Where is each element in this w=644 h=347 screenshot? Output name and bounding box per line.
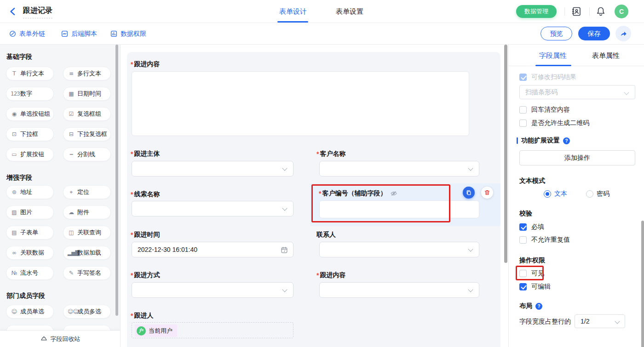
page-title[interactable]: 跟进记录 — [23, 6, 52, 18]
field-recycle-bin[interactable]: 字段回收站 — [0, 330, 121, 347]
form-external-link[interactable]: 表单外链 — [9, 23, 45, 45]
radio-text-mode-password[interactable]: 密码 — [586, 190, 610, 198]
follow-content-textarea[interactable] — [132, 71, 469, 136]
field-type-label: 地址 — [20, 188, 32, 196]
help-icon[interactable]: ? — [535, 303, 542, 310]
copy-icon — [466, 189, 472, 196]
field-type-chip[interactable]: № 流水号 — [6, 266, 54, 280]
recycle-icon — [40, 336, 47, 342]
field-type-chip[interactable]: ☺☺ 成员多选 — [63, 305, 111, 319]
contact-select[interactable] — [319, 242, 479, 257]
field-label-follow-content: 跟进内容 — [131, 60, 160, 68]
checkbox-checked[interactable] — [519, 283, 527, 290]
link-icon — [9, 30, 16, 37]
preview-button[interactable]: 预览 — [540, 27, 572, 40]
copy-field-button[interactable] — [463, 187, 475, 199]
form-panel: 跟进内容 跟进主体 客户名称 线索名称 客户编号（辅助字段） — [127, 52, 500, 347]
enter-clear-checkbox-row[interactable]: 回车清空内容 — [519, 106, 570, 114]
share-arrow-icon — [620, 30, 627, 38]
field-type-chip[interactable]: ≡ 多行文本 — [63, 67, 111, 80]
field-type-chip[interactable]: ☺ 成员单选 — [6, 305, 54, 319]
panel-scrollbar-thumb[interactable] — [641, 221, 644, 347]
user-avatar[interactable]: C — [615, 5, 628, 18]
data-permission-link[interactable]: 数据权限 — [110, 23, 146, 45]
checkbox-unchecked[interactable] — [519, 106, 527, 114]
field-type-chip[interactable]: ☑ 复选框组 — [63, 107, 111, 121]
active-tab-underline — [535, 65, 571, 66]
field-type-icon: ┅ — [68, 151, 75, 158]
field-type-label: 多行文本 — [77, 69, 101, 78]
field-type-label: 定位 — [77, 188, 89, 196]
field-type-chip[interactable]: 123 数字 — [6, 87, 54, 101]
tab-form-settings[interactable]: 表单设置 — [331, 0, 368, 23]
help-icon[interactable]: ? — [563, 137, 570, 144]
customer-no-input[interactable] — [319, 200, 479, 218]
field-type-chip[interactable]: ▦ 日期时间 — [63, 87, 111, 101]
follow-subject-select[interactable] — [132, 161, 293, 176]
field-type-chip[interactable]: ✎ 手写签名 — [63, 266, 111, 280]
no-duplicate-checkbox-row[interactable]: 不允许重复值 — [519, 236, 570, 244]
radio-selected[interactable] — [544, 190, 551, 198]
editable-checkbox-row[interactable]: 可编辑 — [519, 283, 551, 291]
tab-form-design[interactable]: 表单设计 — [275, 0, 311, 23]
follow-content2-select[interactable] — [319, 282, 479, 298]
field-type-chip[interactable]: T 单行文本 — [6, 67, 54, 80]
checkbox-checked[interactable] — [519, 223, 527, 231]
field-type-chip[interactable]: ▭ 扩展按钮 — [6, 148, 54, 161]
field-type-chip[interactable]: ☁ 附件 — [63, 205, 111, 219]
field-type-chip[interactable]: ⊡ 下拉框 — [6, 127, 54, 141]
field-type-chip[interactable]: ◫ 关联查询 — [63, 226, 111, 239]
sidebar-scrollbar-thumb[interactable] — [115, 45, 118, 316]
add-action-button[interactable]: 添加操作 — [519, 150, 635, 165]
radio-text-mode-text[interactable]: 文本 — [544, 190, 567, 198]
field-type-chip[interactable]: ▤ 子表单 — [6, 226, 54, 239]
tab-field-properties[interactable]: 字段属性 — [535, 45, 571, 66]
field-type-chip[interactable]: ▨ 图片 — [6, 205, 54, 219]
checkbox-unchecked[interactable] — [519, 270, 527, 277]
field-type-chip[interactable]: ⌖ 定位 — [63, 185, 111, 199]
save-button[interactable]: 保存 — [578, 27, 610, 40]
canvas-scrollbar-thumb[interactable] — [504, 45, 507, 263]
field-width-select[interactable]: 1/2 — [575, 314, 625, 328]
scan-mode-select[interactable]: 扫描条形码 — [519, 85, 635, 99]
field-type-label: 成员多选 — [77, 307, 101, 316]
field-type-chip[interactable]: ⊚ 地址 — [6, 185, 54, 199]
field-type-label: 单行文本 — [20, 69, 44, 78]
scan-result-checkbox-row[interactable]: 可修改扫码结果 — [519, 73, 576, 81]
field-type-label: 关联数据 — [20, 249, 44, 257]
delete-field-button[interactable] — [481, 187, 493, 199]
follow-time-input[interactable]: 2022-12-30 16:01:40 — [132, 242, 293, 257]
checkbox-unchecked[interactable] — [519, 119, 527, 127]
selected-field-customer-no[interactable]: 客户编号（辅助字段） — [310, 183, 500, 226]
field-type-icon: T — [11, 70, 17, 77]
required-checkbox-row[interactable]: 必填 — [519, 223, 544, 231]
tab-form-properties[interactable]: 表单属性 — [591, 45, 621, 66]
field-type-icon: ⌖ — [68, 189, 75, 195]
follow-way-select[interactable] — [132, 282, 293, 298]
checkbox-unchecked[interactable] — [519, 236, 527, 244]
contacts-icon[interactable] — [571, 6, 582, 17]
current-user-tag[interactable]: 户 当前用户 — [135, 324, 177, 337]
field-type-chip[interactable]: ▂▅▇ 数据加载 — [63, 246, 111, 260]
customer-name-select[interactable] — [319, 161, 479, 176]
field-type-icon: ▦ — [68, 91, 75, 97]
field-type-label: 下拉复选框 — [77, 130, 107, 138]
field-type-chip[interactable]: ┅ 分割线 — [63, 148, 111, 161]
back-button[interactable] — [8, 7, 17, 16]
field-type-chip[interactable]: ∞ 关联数据 — [6, 246, 54, 260]
field-type-chip[interactable]: ⊟ 下拉复选框 — [63, 127, 111, 141]
lead-name-select[interactable] — [132, 201, 293, 216]
field-type-icon: ⊟ — [68, 131, 75, 137]
follow-person-field[interactable]: 户 当前用户 — [132, 322, 293, 338]
data-manage-button[interactable]: 数据管理 — [516, 5, 557, 18]
qrcode-checkbox-row[interactable]: 是否允许生成二维码 — [519, 119, 589, 127]
share-button[interactable] — [615, 26, 631, 41]
bell-icon[interactable] — [595, 6, 606, 17]
radio-unselected[interactable] — [586, 190, 593, 198]
field-label-follow-person: 跟进人 — [131, 312, 153, 320]
current-user-icon: 户 — [137, 326, 146, 336]
backend-script-link[interactable]: 后端脚本 — [61, 23, 97, 45]
checkbox-checked-disabled[interactable] — [519, 74, 527, 81]
visible-checkbox-row[interactable]: 可见 — [519, 269, 544, 278]
field-type-chip[interactable]: ◉ 单选按钮组 — [6, 107, 54, 121]
